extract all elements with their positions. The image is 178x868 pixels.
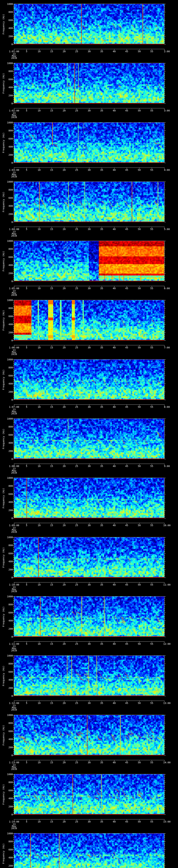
y-tick-label: 200 (5, 687, 13, 689)
x-start-time-label: 1:02:00 (4, 110, 25, 112)
y-tick-label: 1000 (5, 358, 13, 361)
spectrogram-panel: Frequency (Hz)100080060040020001:04:0051… (0, 178, 178, 237)
y-tick-label: 1000 (5, 299, 13, 301)
x-tick-label: 50 (136, 702, 143, 704)
y-tick-label: 400 (5, 86, 13, 89)
x-start-time-label: 1:05:00 (4, 287, 25, 289)
x-start-time-label: 1:07:00 (4, 406, 25, 408)
x-tick-label: 45 (123, 524, 130, 527)
date-line: 2016 (4, 590, 25, 592)
date-line: 2016 (4, 531, 25, 533)
date-line: 2016 (4, 412, 25, 415)
y-tick-label: 0 (5, 399, 13, 401)
y-tick-label: 600 (5, 374, 13, 377)
y-axis-title: Frequency (Hz) (2, 547, 5, 568)
x-tick-label: 10 (35, 584, 43, 586)
spectrogram-panel: Frequency (Hz)100080060040020001:06:0051… (0, 296, 178, 355)
y-axis-title: Frequency (Hz) (2, 192, 5, 212)
x-tick-label: 55 (148, 524, 155, 527)
x-tick-label: 45 (123, 584, 130, 586)
y-axis-title: Frequency (Hz) (2, 14, 5, 34)
x-tick-label: 45 (123, 465, 130, 467)
x-tick-label: 10 (35, 110, 43, 112)
date-line: 2016 (4, 116, 25, 118)
y-tick-label: 0 (5, 102, 13, 105)
date-line: 2016 (4, 353, 25, 355)
y-tick-label: 600 (5, 552, 13, 555)
y-tick-label: 600 (5, 789, 13, 792)
y-tick-label: 200 (5, 568, 13, 571)
x-tick-label: 10 (35, 702, 43, 704)
y-tick-label: 200 (5, 509, 13, 512)
y-tick-label: 200 (5, 331, 13, 334)
x-tick-label: 30 (85, 761, 93, 764)
x-tick-label: 35 (98, 820, 106, 823)
x-tick-label: 55 (148, 50, 155, 53)
y-tick-label: 600 (5, 730, 13, 733)
x-tick-label: 15 (48, 110, 55, 112)
x-start-time-label: 1:14:00 (4, 820, 25, 823)
x-tick-label: 15 (48, 702, 55, 704)
x-tick-label: 50 (136, 761, 143, 764)
x-tick-label: 55 (148, 465, 155, 467)
y-tick-label: 400 (5, 146, 13, 148)
y-tick-label: 200 (5, 627, 13, 630)
x-tick-label: 30 (85, 287, 93, 289)
spectrogram-panel: Frequency (Hz)100080060040020001:11:0051… (0, 592, 178, 652)
x-tick-label: 50 (136, 169, 143, 171)
x-tick-label: 30 (85, 702, 93, 704)
x-tick-label: 40 (110, 584, 118, 586)
spectrogram-panel: Frequency (Hz)100080060040020001:09:0051… (0, 474, 178, 533)
x-tick-label: 15 (48, 169, 55, 171)
x-tick-label: 15 (48, 406, 55, 408)
y-tick-label: 400 (5, 205, 13, 207)
spectrogram-panel: Frequency (Hz)100080060040020001:07:0051… (0, 355, 178, 415)
date-line: 2016 (4, 649, 25, 652)
x-tick-label: 40 (110, 50, 118, 53)
spectrogram-canvas (0, 830, 178, 868)
x-tick-label: 40 (110, 169, 118, 171)
x-tick-label: 45 (123, 50, 130, 53)
y-axis-title: Frequency (Hz) (2, 251, 5, 271)
x-tick-label: 30 (85, 50, 93, 53)
x-tick-label: 45 (123, 110, 130, 112)
x-tick-label: 45 (123, 643, 130, 645)
x-tick-label: 10 (35, 761, 43, 764)
x-tick-label: 50 (136, 50, 143, 53)
x-tick-label: 10 (35, 820, 43, 823)
x-tick-label: 20 (60, 643, 68, 645)
x-tick-label: 35 (98, 346, 106, 349)
y-tick-label: 200 (5, 94, 13, 97)
y-tick-label: 600 (5, 197, 13, 199)
x-tick-label: 40 (110, 406, 118, 408)
x-tick-label: 30 (85, 406, 93, 408)
x-tick-label: 55 (148, 761, 155, 764)
date-line: 2016 (4, 57, 25, 59)
x-end-time-label: 14:00 (159, 761, 175, 764)
y-tick-label: 400 (5, 619, 13, 622)
y-tick-label: 1000 (5, 654, 13, 657)
y-tick-label: 600 (5, 848, 13, 851)
spectrogram-panel: Frequency (Hz)100080060040020001:02:0051… (0, 59, 178, 118)
y-tick-label: 600 (5, 434, 13, 436)
y-tick-label: 800 (5, 662, 13, 665)
x-tick-label: 45 (123, 820, 130, 823)
x-end-time-label: 13:00 (159, 702, 175, 704)
x-tick-label: 25 (73, 761, 81, 764)
x-tick-label: 15 (48, 643, 55, 645)
x-tick-label: 50 (136, 524, 143, 527)
y-tick-label: 800 (5, 70, 13, 72)
x-tick-label: 40 (110, 524, 118, 527)
x-tick-label: 40 (110, 346, 118, 349)
x-tick-label: 5 (23, 406, 30, 408)
x-tick-label: 50 (136, 228, 143, 230)
x-end-time-label: 15:00 (159, 820, 175, 823)
x-tick-label: 45 (123, 406, 130, 408)
y-tick-label: 0 (5, 576, 13, 579)
x-tick-label: 20 (60, 169, 68, 171)
x-tick-label: 25 (73, 465, 81, 467)
y-axis-title: Frequency (Hz) (2, 725, 5, 745)
y-tick-label: 800 (5, 781, 13, 783)
x-start-time-label: 1:12:00 (4, 702, 25, 704)
x-tick-label: 5 (23, 50, 30, 53)
